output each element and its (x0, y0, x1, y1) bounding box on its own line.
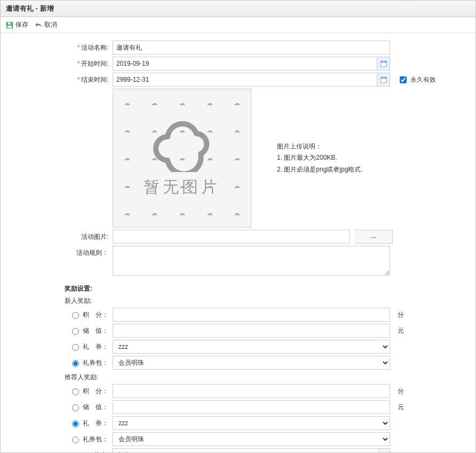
reward-section-title: 奖励设置: (65, 284, 459, 293)
newbie-bundle-radio[interactable] (72, 360, 79, 367)
image-placeholder-text: 暂无图片 (144, 176, 220, 198)
svg-rect-9 (380, 79, 386, 82)
unit-yuan: 元 (398, 403, 408, 412)
referrer-bundle-select[interactable]: 会员明珠 (113, 432, 390, 446)
newbie-title: 新人奖励: (65, 296, 459, 306)
row-start-time: *开始时间: (17, 57, 459, 71)
save-button[interactable]: 保存 (6, 20, 28, 29)
newbie-credit-row: 储 值： 元 (17, 324, 459, 338)
row-status: *状态: 上线 (17, 448, 459, 453)
newbie-credit-radio[interactable] (72, 328, 79, 335)
referrer-points-row: 积 分： 分 (17, 384, 459, 398)
end-time-picker[interactable] (113, 73, 390, 87)
newbie-points-input[interactable] (113, 308, 390, 322)
upload-desc-2: 2. 图片必须是png或者jpg格式. (277, 164, 363, 176)
referrer-bundle-radio[interactable] (72, 436, 79, 443)
chevron-down-icon[interactable] (379, 449, 390, 453)
newbie-points-label: 积 分： (83, 308, 108, 322)
referrer-credit-input[interactable] (113, 400, 390, 414)
calendar-icon[interactable] (377, 57, 390, 70)
cancel-button[interactable]: 取消 (35, 20, 57, 29)
cloud-icon (147, 119, 217, 172)
dialog-title: 邀请有礼 - 新增 (1, 1, 475, 17)
forever-label: 永久有效 (410, 75, 436, 84)
start-time-input[interactable] (113, 57, 390, 71)
newbie-coupon-label: 礼 券： (83, 340, 108, 354)
row-activity-name: *活动名称: (17, 41, 459, 54)
unit-yuan: 元 (398, 326, 408, 335)
activity-name-input[interactable] (113, 41, 390, 54)
newbie-bundle-label: 礼券包： (83, 356, 108, 370)
upload-description: 图片上传说明： 1. 图片最大为200KB. 2. 图片必须是png或者jpg格… (277, 141, 363, 176)
row-activity-rule: 活动规则： (17, 246, 459, 276)
row-image-preview: ☁☁☁☁☁ ☁☁☁☁☁ ☁☁☁☁☁ ☁☁☁☁☁ ☁☁☁☁☁ 暂无图片 图片上传说 (17, 89, 459, 228)
start-time-picker[interactable] (113, 57, 390, 71)
newbie-coupon-radio[interactable] (72, 344, 79, 351)
referrer-title: 推荐人奖励: (65, 373, 459, 382)
dialog-window: 邀请有礼 - 新增 保存 取消 *活动名称: *开始时间: (0, 0, 476, 453)
activity-name-label: *活动名称: (17, 41, 113, 54)
status-label: *状态: (17, 448, 113, 453)
referrer-points-label: 积 分： (83, 384, 108, 398)
newbie-bundle-select[interactable]: 会员明珠 (113, 356, 390, 370)
status-value: 上线 (113, 449, 379, 453)
newbie-credit-label: 储 值： (83, 324, 108, 338)
svg-rect-11 (385, 76, 386, 78)
newbie-coupon-row: 礼 券： zzz (17, 340, 459, 354)
toolbar: 保存 取消 (1, 17, 475, 33)
referrer-credit-radio[interactable] (72, 404, 79, 411)
svg-rect-2 (10, 22, 11, 24)
newbie-credit-input[interactable] (113, 324, 390, 338)
row-activity-image: 活动图片: ··· (17, 230, 459, 244)
newbie-points-radio[interactable] (72, 312, 79, 319)
calendar-icon[interactable] (377, 73, 390, 86)
svg-rect-10 (381, 76, 382, 78)
activity-rule-label: 活动规则： (17, 246, 113, 260)
svg-rect-5 (380, 63, 386, 66)
newbie-bundle-row: 礼券包： 会员明珠 (17, 356, 459, 370)
save-icon (6, 21, 13, 29)
undo-icon (35, 21, 42, 29)
referrer-credit-label: 储 值： (83, 400, 108, 414)
unit-points: 分 (398, 310, 408, 319)
referrer-credit-row: 储 值： 元 (17, 400, 459, 414)
referrer-points-input[interactable] (113, 384, 390, 398)
image-placeholder: ☁☁☁☁☁ ☁☁☁☁☁ ☁☁☁☁☁ ☁☁☁☁☁ ☁☁☁☁☁ 暂无图片 (113, 89, 251, 228)
upload-desc-1: 1. 图片最大为200KB. (277, 152, 363, 164)
referrer-bundle-label: 礼券包： (83, 432, 108, 446)
upload-desc-title: 图片上传说明： (277, 141, 363, 153)
status-select[interactable]: 上线 (113, 448, 390, 453)
referrer-coupon-label: 礼 券： (83, 416, 108, 430)
cancel-label: 取消 (44, 20, 57, 29)
end-time-input[interactable] (113, 73, 390, 87)
newbie-coupon-select[interactable]: zzz (113, 340, 390, 354)
row-end-time: *结束时间: 永久有效 (17, 73, 459, 87)
start-time-label: *开始时间: (17, 57, 113, 71)
forever-checkbox-input[interactable] (400, 76, 407, 83)
forever-checkbox[interactable]: 永久有效 (398, 75, 436, 85)
save-label: 保存 (15, 20, 28, 29)
referrer-bundle-row: 礼券包： 会员明珠 (17, 432, 459, 446)
activity-rule-textarea[interactable] (113, 246, 390, 276)
svg-rect-7 (385, 60, 386, 62)
activity-image-label: 活动图片: (17, 230, 113, 244)
form-area: *活动名称: *开始时间: *结束时间: (1, 33, 475, 453)
referrer-coupon-radio[interactable] (72, 420, 79, 427)
svg-rect-3 (7, 25, 12, 27)
newbie-points-row: 积 分： 分 (17, 308, 459, 322)
browse-button[interactable]: ··· (354, 230, 393, 244)
referrer-coupon-row: 礼 券： zzz (17, 416, 459, 430)
end-time-label: *结束时间: (17, 73, 113, 87)
referrer-coupon-select[interactable]: zzz (113, 416, 390, 430)
svg-rect-6 (381, 60, 382, 62)
referrer-points-radio[interactable] (72, 388, 79, 395)
activity-image-input[interactable] (113, 230, 350, 244)
unit-points: 分 (398, 387, 408, 396)
